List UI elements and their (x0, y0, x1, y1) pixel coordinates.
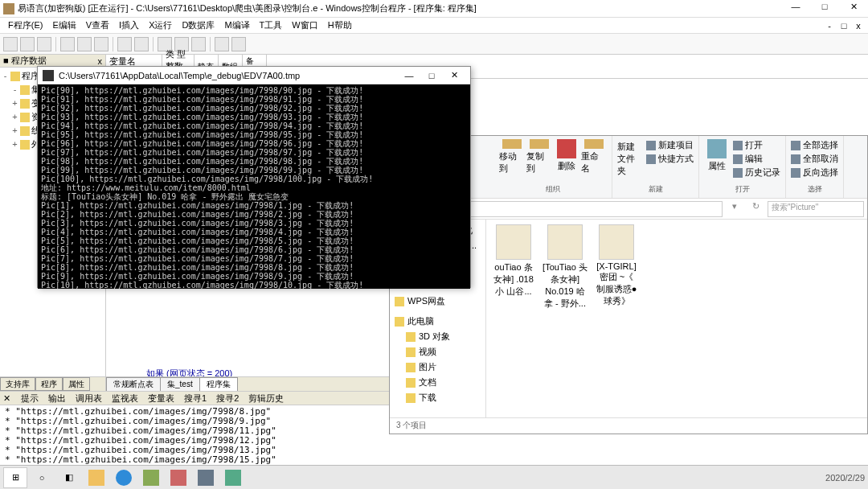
nav-item[interactable]: 此电脑 (393, 314, 482, 329)
output-close-icon[interactable]: ✕ (3, 393, 11, 404)
newitem-button[interactable]: 新建项目 (646, 139, 694, 151)
properties-button[interactable]: 属性 (704, 139, 730, 175)
titlebar: 易语言(加密狗版) [正在运行] - C:\Users\77161\Deskto… (0, 0, 868, 18)
tb-copy[interactable] (77, 37, 92, 51)
tab-support[interactable]: 支持库 (0, 377, 35, 391)
tab-property[interactable]: 属性 (63, 377, 90, 391)
inner-maximize[interactable]: □ (837, 21, 850, 31)
tb-save[interactable] (37, 37, 51, 51)
out-tab-watch[interactable]: 监视表 (112, 392, 138, 405)
tab-settest[interactable]: 集_test (160, 377, 200, 391)
console-min[interactable]: — (398, 71, 420, 80)
out-tab-s1[interactable]: 搜寻1 (184, 392, 207, 405)
file-item[interactable]: [TouTiao 头条女神] No.019 哈 拿 - 野外... (542, 224, 588, 310)
start-button[interactable]: ⊞ (3, 467, 27, 488)
menu-help[interactable]: H帮助 (323, 18, 357, 33)
out-tab-var[interactable]: 变量表 (148, 392, 174, 405)
rename-icon (584, 139, 604, 149)
taskbar-edge[interactable] (111, 467, 137, 488)
tb-redo[interactable] (134, 37, 149, 51)
taskbar-app1[interactable] (138, 467, 164, 488)
menu-run[interactable]: X运行 (144, 18, 177, 33)
out-tab-hint[interactable]: 提示 (21, 392, 39, 405)
menu-compile[interactable]: M编译 (219, 18, 254, 33)
file-item[interactable]: ouTiao 条女神] .018 小 山谷... (491, 224, 536, 298)
ribbon-new: 新建文件夹 新建项目 快捷方式 新建 (612, 136, 699, 198)
nav-item[interactable]: 下载 (393, 390, 482, 405)
console-window: C:\Users\77161\AppData\Local\Temp\e_debu… (37, 66, 471, 288)
out-tab-output[interactable]: 输出 (48, 392, 66, 405)
taskbar-app3[interactable] (193, 467, 219, 488)
taskbar-app2[interactable] (166, 467, 191, 488)
history-button[interactable]: 历史记录 (733, 166, 780, 179)
menu-window[interactable]: W窗口 (287, 18, 322, 33)
tab-breakpoints[interactable]: 常规断点表 (106, 377, 161, 391)
folder-icon (10, 72, 20, 81)
menu-view[interactable]: V查看 (81, 18, 114, 33)
tb-step[interactable] (215, 37, 229, 51)
open-button[interactable]: 打开 (733, 139, 780, 151)
toolbar (0, 34, 868, 55)
shortcut-icon (646, 154, 656, 164)
console-body[interactable]: Pic[90], https://mtl.gzhuibei.com/images… (38, 84, 470, 289)
copyto-button[interactable]: 复制到 (526, 139, 552, 175)
tb-stop[interactable] (191, 37, 206, 51)
tb-paste[interactable] (94, 37, 108, 51)
tb-sep (55, 37, 56, 51)
tb-open[interactable] (20, 37, 35, 51)
delete-button[interactable]: 删除 (554, 139, 579, 175)
tb-cut[interactable] (60, 37, 75, 51)
moveto-button[interactable]: 移动到 (499, 139, 525, 175)
rename-button[interactable]: 重命名 (581, 139, 607, 175)
left-close-icon[interactable]: x (98, 56, 103, 66)
search-icon[interactable]: ○ (29, 467, 55, 488)
menu-tools[interactable]: T工具 (255, 18, 288, 33)
tb-stepinto[interactable] (231, 37, 246, 51)
refresh-icon[interactable]: ↻ (747, 201, 764, 217)
newfolder-button[interactable]: 新建文件夹 (617, 139, 643, 175)
console-titlebar[interactable]: C:\Users\77161\AppData\Local\Temp\e_debu… (38, 67, 470, 84)
folder-thumb-icon (599, 224, 634, 260)
out-tab-s2[interactable]: 搜寻2 (216, 392, 239, 405)
folder-icon (395, 317, 404, 327)
dropdown-icon[interactable]: ▾ (726, 201, 743, 217)
edit-button[interactable]: 编辑 (733, 153, 780, 165)
cortana-icon[interactable]: ◧ (56, 467, 82, 488)
inner-minimize[interactable]: - (823, 21, 836, 31)
history-icon (733, 168, 743, 178)
inner-close[interactable]: x (852, 21, 865, 31)
file-grid[interactable]: ouTiao 条女神] .018 小 山谷...[TouTiao 头条女神] N… (486, 220, 867, 417)
nav-item[interactable]: WPS网盘 (393, 294, 482, 309)
tab-programset[interactable]: 程序集 (199, 377, 238, 391)
ribbon-select: 全部选择 全部取消 反向选择 选择 (786, 136, 844, 198)
console-max[interactable]: □ (420, 71, 443, 80)
tb-new[interactable] (3, 37, 18, 51)
file-item[interactable]: [X-TGIRL] 密团 ~《 制服诱惑● 球秀》 (594, 224, 639, 307)
selectall-button[interactable]: 全部选择 (791, 139, 838, 151)
menu-program[interactable]: F程序(E) (3, 18, 47, 33)
minimize-button[interactable]: — (784, 2, 807, 16)
deselect-button[interactable]: 全部取消 (791, 153, 838, 165)
console-close[interactable]: ✕ (443, 70, 465, 80)
nav-item[interactable]: 视频 (393, 344, 482, 360)
edit-icon (733, 154, 743, 164)
menu-edit[interactable]: E编辑 (47, 18, 80, 33)
shortcut-button[interactable]: 快捷方式 (646, 153, 694, 165)
system-tray[interactable]: 2020/2/29 (825, 473, 865, 483)
out-tab-call[interactable]: 调用表 (76, 392, 102, 405)
invert-button[interactable]: 反向选择 (791, 166, 838, 179)
folder-icon (20, 113, 30, 122)
taskbar-app4[interactable] (220, 467, 246, 488)
tab-program[interactable]: 程序 (35, 377, 63, 391)
nav-item[interactable]: 3D 对象 (393, 329, 482, 344)
nav-item[interactable]: 图片 (393, 360, 482, 375)
nav-item[interactable]: 文档 (393, 375, 482, 390)
maximize-button[interactable]: □ (813, 2, 836, 16)
menu-insert[interactable]: I插入 (114, 18, 144, 33)
tb-undo[interactable] (117, 37, 132, 51)
menu-database[interactable]: D数据库 (177, 18, 219, 33)
search-input[interactable]: 搜索"Picture" (768, 201, 864, 217)
taskbar-explorer[interactable] (84, 467, 109, 488)
out-tab-clip[interactable]: 剪辑历史 (248, 392, 284, 405)
close-button[interactable]: ✕ (842, 2, 865, 16)
